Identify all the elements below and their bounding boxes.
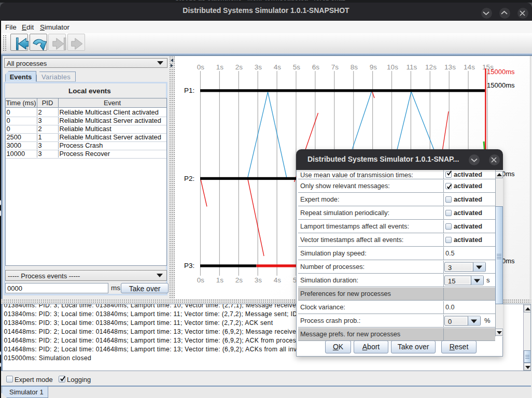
svg-text:13s: 13s <box>444 63 456 71</box>
svg-text:15000ms: 15000ms <box>487 68 515 76</box>
svg-text:0s: 0s <box>197 63 205 71</box>
svg-text:5s: 5s <box>293 63 301 71</box>
svg-text:6s: 6s <box>312 63 320 71</box>
svg-text:3s: 3s <box>255 63 262 71</box>
svg-text:2s: 2s <box>235 63 243 71</box>
svg-text:2s: 2s <box>235 276 243 284</box>
svg-text:11s: 11s <box>407 63 417 71</box>
svg-text:P1:: P1: <box>184 87 194 94</box>
svg-text:P2:: P2: <box>184 175 194 182</box>
svg-text:0s: 0s <box>197 276 205 284</box>
svg-text:7s: 7s <box>331 63 339 71</box>
svg-text:9s: 9s <box>370 63 377 71</box>
svg-text:15000ms: 15000ms <box>487 81 515 89</box>
svg-text:1s: 1s <box>216 63 224 71</box>
svg-text:4s: 4s <box>274 276 282 284</box>
svg-text:14s: 14s <box>464 63 475 71</box>
svg-text:3s: 3s <box>255 276 262 284</box>
svg-text:8s: 8s <box>351 63 358 71</box>
svg-text:10s: 10s <box>387 63 398 71</box>
svg-text:P3:: P3: <box>184 262 194 269</box>
svg-text:12s: 12s <box>425 63 437 71</box>
svg-text:4s: 4s <box>274 63 282 71</box>
svg-text:1s: 1s <box>216 276 224 284</box>
